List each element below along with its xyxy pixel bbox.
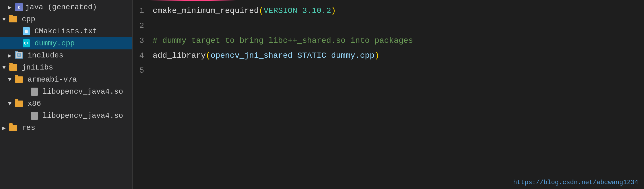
sidebar-item-x86[interactable]: ▼ x86: [0, 98, 132, 110]
sidebar-item-label: res: [22, 124, 35, 132]
file-tree: ▶ ◧ java (generated) ▼ cpp 📄 CMakeLists.…: [0, 0, 132, 189]
cpp-file-icon: C+: [23, 39, 30, 47]
sidebar-item-label: libopencv_java4.so: [42, 111, 123, 120]
url-text: https://blog.csdn.net/abcwang1234: [513, 179, 638, 186]
arrow-icon: ▼: [8, 101, 15, 107]
editor-content: 1 2 3 4 5 cmake_minimum_required(VERSION…: [133, 1, 644, 189]
code-line-3: # dummy target to bring libc++_shared.so…: [153, 33, 644, 48]
sidebar-item-java-generated[interactable]: ▶ ◧ java (generated): [0, 1, 132, 13]
sidebar-item-res[interactable]: ▶ res: [0, 122, 132, 134]
jnilibs-folder-icon: [9, 64, 17, 71]
sidebar-item-libopencv-armeabi[interactable]: libopencv_java4.so: [0, 86, 132, 98]
arrow-icon: ▶: [8, 52, 15, 59]
line-number-4: 4: [133, 48, 144, 63]
sidebar-item-label: CMakeLists.txt: [34, 27, 97, 36]
sidebar-item-cpp[interactable]: ▼ cpp: [0, 13, 132, 25]
so-file-icon-x86: [31, 112, 38, 120]
sidebar-item-dummy-cpp[interactable]: C+ dummy.cpp: [0, 37, 132, 49]
sidebar-item-label: libopencv_java4.so: [42, 87, 123, 96]
code-line-2: [153, 18, 644, 33]
sidebar-item-label: x86: [28, 99, 41, 108]
line-number-2: 2: [133, 18, 144, 33]
sidebar-item-label: cpp: [22, 15, 35, 24]
armeabi-folder-icon: [15, 76, 23, 83]
line-number-5: 5: [133, 63, 144, 78]
sidebar-item-jnilibs[interactable]: ▼ jniLibs: [0, 61, 132, 74]
java-folder-icon: ◧: [15, 3, 23, 11]
arrow-icon: ▼: [2, 64, 9, 71]
arrow-icon: ▼: [2, 16, 9, 23]
so-file-icon: [31, 88, 38, 96]
arrow-icon: ▶: [2, 124, 9, 132]
code-editor: 1 2 3 4 5 cmake_minimum_required(VERSION…: [133, 0, 644, 189]
arrow-icon: ▼: [8, 76, 15, 83]
sidebar-item-label: dummy.cpp: [34, 39, 75, 48]
line-numbers: 1 2 3 4 5: [133, 3, 150, 189]
arrow-icon: ▶: [8, 4, 15, 11]
code-line-4: add_library(opencv_jni_shared STATIC dum…: [153, 48, 644, 63]
sidebar-item-armeabi[interactable]: ▼ armeabi-v7a: [0, 74, 132, 86]
sidebar-item-label: java (generated): [25, 3, 97, 11]
includes-folder-icon: 🖼: [15, 52, 23, 59]
sidebar-item-libopencv-x86[interactable]: libopencv_java4.so: [0, 110, 132, 122]
url-bar: https://blog.csdn.net/abcwang1234: [513, 179, 638, 186]
line-number-3: 3: [133, 33, 144, 48]
sidebar-item-label: includes: [28, 51, 63, 60]
x86-folder-icon: [15, 101, 23, 107]
code-line-5: [153, 63, 644, 78]
sidebar-item-includes[interactable]: ▶ 🖼 includes: [0, 49, 132, 61]
sidebar-item-label: armeabi-v7a: [28, 75, 77, 84]
cmake-file-icon: 📄: [23, 27, 30, 35]
code-line-1: cmake_minimum_required(VERSION 3.10.2): [153, 3, 644, 18]
folder-icon-cpp: [9, 16, 17, 22]
res-folder-icon: [9, 125, 17, 131]
code-content[interactable]: cmake_minimum_required(VERSION 3.10.2) #…: [150, 3, 644, 189]
sidebar-item-cmakelists[interactable]: 📄 CMakeLists.txt: [0, 25, 132, 37]
line-number-1: 1: [133, 3, 144, 18]
sidebar-item-label: jniLibs: [22, 63, 53, 72]
